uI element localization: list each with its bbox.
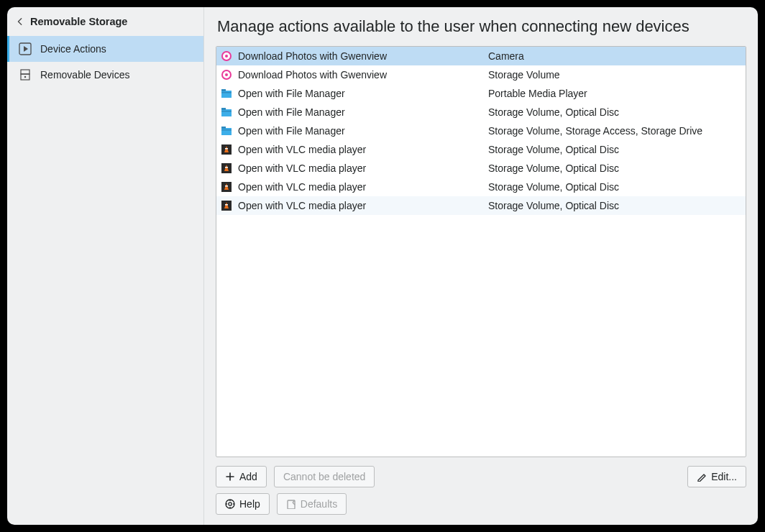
window: Removable Storage Device ActionsRemovabl… <box>7 7 758 525</box>
vlc-icon <box>221 162 232 174</box>
row-devices: Storage Volume, Optical Disc <box>488 200 619 211</box>
row-devices: Storage Volume, Optical Disc <box>488 162 619 174</box>
row-devices: Camera <box>488 50 524 62</box>
delete-button: Cannot be deleted <box>274 466 375 487</box>
row-action: Open with File Manager <box>238 125 482 137</box>
row-devices: Storage Volume <box>488 69 560 81</box>
page-title: Manage actions available to the user whe… <box>217 17 746 36</box>
row-action: Open with VLC media player <box>238 200 482 211</box>
add-button-label: Add <box>239 471 257 482</box>
pencil-icon <box>697 472 707 482</box>
sidebar-item-device-actions[interactable]: Device Actions <box>7 36 203 62</box>
button-bar-1: Add Cannot be deleted Edit... <box>216 466 746 487</box>
defaults-button: Defaults <box>277 493 347 515</box>
row-action: Open with File Manager <box>238 88 482 99</box>
main: Manage actions available to the user whe… <box>204 7 758 525</box>
table-row[interactable]: Open with File ManagerStorage Volume, Op… <box>216 103 746 121</box>
table-row[interactable]: Download Photos with GwenviewCamera <box>216 47 746 65</box>
play-icon <box>19 42 32 55</box>
table-row[interactable]: Open with VLC media playerStorage Volume… <box>216 159 746 178</box>
table-row[interactable]: Open with File ManagerStorage Volume, St… <box>216 121 746 140</box>
sidebar-list: Device ActionsRemovable Devices <box>7 35 203 88</box>
edit-button-label: Edit... <box>711 471 737 482</box>
row-action: Open with File Manager <box>238 106 482 118</box>
sidebar: Removable Storage Device ActionsRemovabl… <box>7 7 204 525</box>
folder-icon <box>221 125 232 137</box>
row-devices: Storage Volume, Storage Access, Storage … <box>488 125 702 137</box>
gwenview-icon <box>221 50 232 62</box>
folder-icon <box>221 88 232 99</box>
vlc-icon <box>221 144 232 155</box>
table-row[interactable]: Open with VLC media playerStorage Volume… <box>216 140 746 159</box>
chevron-left-icon <box>16 17 24 26</box>
row-action: Download Photos with Gwenview <box>238 50 482 62</box>
defaults-icon <box>286 499 296 509</box>
breadcrumb[interactable]: Removable Storage <box>7 10 203 35</box>
help-icon <box>225 499 235 509</box>
row-devices: Portable Media Player <box>488 88 587 99</box>
folder-icon <box>221 106 232 118</box>
vlc-icon <box>221 181 232 193</box>
table-row[interactable]: Open with VLC media playerStorage Volume… <box>216 178 746 196</box>
sidebar-item-label: Removable Devices <box>40 69 130 81</box>
help-button-label: Help <box>239 498 260 510</box>
row-devices: Storage Volume, Optical Disc <box>488 144 619 155</box>
button-bar-2: Help Defaults <box>216 493 746 515</box>
sidebar-item-removable-devices[interactable]: Removable Devices <box>7 62 203 88</box>
sidebar-item-label: Device Actions <box>40 43 106 55</box>
table-row[interactable]: Open with VLC media playerStorage Volume… <box>216 196 746 215</box>
defaults-button-label: Defaults <box>301 498 337 510</box>
help-button[interactable]: Help <box>216 493 270 515</box>
row-devices: Storage Volume, Optical Disc <box>488 181 619 193</box>
actions-table: Download Photos with GwenviewCameraDownl… <box>216 46 746 457</box>
table-row[interactable]: Download Photos with GwenviewStorage Vol… <box>216 65 746 84</box>
plus-icon <box>225 472 235 482</box>
breadcrumb-label: Removable Storage <box>30 16 127 27</box>
row-action: Open with VLC media player <box>238 162 482 174</box>
row-action: Download Photos with Gwenview <box>238 69 482 81</box>
add-button[interactable]: Add <box>216 466 267 487</box>
row-action: Open with VLC media player <box>238 144 482 155</box>
table-row[interactable]: Open with File ManagerPortable Media Pla… <box>216 84 746 103</box>
delete-button-label: Cannot be deleted <box>283 471 365 482</box>
gwenview-icon <box>221 69 232 81</box>
row-action: Open with VLC media player <box>238 181 482 193</box>
vlc-icon <box>221 200 232 211</box>
row-devices: Storage Volume, Optical Disc <box>488 106 619 118</box>
drive-icon <box>19 68 32 81</box>
edit-button[interactable]: Edit... <box>687 466 746 487</box>
